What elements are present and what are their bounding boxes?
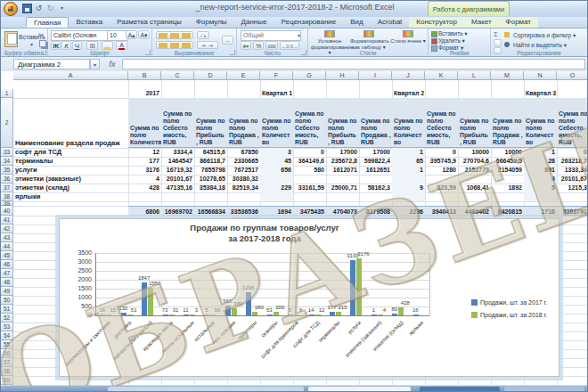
cell-value[interactable]: 20101,67 <box>557 175 588 184</box>
underline-button[interactable]: Ч <box>72 41 82 50</box>
row-header-40[interactable]: 40 <box>1 206 13 216</box>
column-header-D[interactable]: D <box>194 71 227 80</box>
cell-total[interactable]: 16566834 <box>194 206 227 216</box>
cell-value[interactable]: 20101,67 <box>161 175 194 184</box>
cell-row-label[interactable]: софт для ТСД <box>13 148 128 157</box>
taskbar-button[interactable] <box>420 387 500 392</box>
column-header-M[interactable]: M <box>491 71 524 80</box>
cell-measure-header[interactable]: Сумма по полю Себесто имость, RUB <box>293 98 326 148</box>
cell-row-label[interactable]: терминалы <box>13 157 128 166</box>
cell-value[interactable]: 823,59 <box>425 184 458 192</box>
row-header-42[interactable]: 42 <box>1 225 13 233</box>
bar-2018-12[interactable] <box>356 258 362 315</box>
editing-button-1[interactable]: Найти и выделить ▾ <box>504 41 584 49</box>
cell-total[interactable]: 6806 <box>128 206 161 216</box>
row-header-34[interactable]: 34 <box>1 157 13 166</box>
cell-value[interactable] <box>260 192 293 201</box>
fill-color-icon[interactable] <box>102 41 113 50</box>
row-header-1[interactable]: 1 <box>1 89 13 98</box>
column-header-L[interactable]: L <box>458 71 491 80</box>
cell-row-label[interactable]: услуги <box>13 166 128 175</box>
bar-2017-12[interactable] <box>350 260 355 315</box>
bar-2017-9[interactable] <box>288 314 293 315</box>
cell-value[interactable] <box>557 192 588 201</box>
taskbar-button[interactable] <box>308 387 411 392</box>
cell-value[interactable]: 3334,4 <box>161 148 194 157</box>
copy-icon[interactable] <box>39 40 46 47</box>
cell-value[interactable]: 0 <box>425 148 458 157</box>
row-header-56[interactable]: 56 <box>1 349 13 358</box>
cell-value[interactable]: 1 <box>392 148 425 157</box>
insert-function-icon[interactable]: fx <box>105 59 119 69</box>
cell-value[interactable]: 7655798 <box>194 166 227 175</box>
bar-2017-11[interactable] <box>330 312 335 315</box>
cell-value[interactable]: 30380,32 <box>227 175 260 184</box>
cell-value[interactable]: 177 <box>128 157 161 166</box>
cell-value[interactable]: 47135,16 <box>161 184 194 192</box>
row-header-35[interactable]: 35 <box>1 166 13 175</box>
bar-2017-5[interactable] <box>204 314 209 315</box>
chart[interactable]: Продажи по группам товаров/услугза 2017-… <box>59 218 559 377</box>
cell-value[interactable]: 1068,41 <box>458 184 491 192</box>
cell-total[interactable]: 4704073 <box>326 206 359 216</box>
italic-button[interactable]: К <box>61 41 71 50</box>
bold-button[interactable]: Ж <box>51 41 61 50</box>
row-header-37[interactable]: 37 <box>1 184 13 192</box>
cell-value[interactable] <box>425 192 458 201</box>
column-header-A[interactable]: A <box>13 71 128 80</box>
bar-2017-4[interactable] <box>184 314 189 315</box>
font-color-icon[interactable]: А <box>116 41 127 50</box>
bar-2017-2[interactable] <box>142 282 147 315</box>
column-header-H[interactable]: H <box>326 71 359 80</box>
cell-measure-header[interactable]: Сумма по полю Себесто имость, RUB <box>557 98 588 148</box>
borders-icon[interactable]: ⊞ <box>86 41 98 50</box>
bar-2018-9[interactable] <box>294 314 299 315</box>
cell-total[interactable]: 5103791 <box>557 206 588 216</box>
row-header-59[interactable]: 59 <box>1 376 13 385</box>
number-format-dropdown-icon[interactable]: ▾ <box>298 32 300 38</box>
bar-2018-4[interactable] <box>190 314 195 315</box>
column-header-C[interactable]: C <box>161 71 194 80</box>
styles-button-1[interactable]: Форматировать как таблицу ▾ <box>350 30 388 50</box>
cell-value[interactable]: 10278,65 <box>194 175 227 184</box>
decimal-icons[interactable]: ←0 0→ <box>280 41 299 50</box>
orientation-icon[interactable]: ⟋▾ <box>197 31 209 39</box>
cell-value[interactable] <box>491 192 524 201</box>
bar-2018-6[interactable] <box>232 308 237 315</box>
cell-measure-header[interactable]: Сумма по полю Себесто имость, RUB <box>425 98 458 148</box>
column-header-K[interactable]: K <box>425 71 458 80</box>
cell-value[interactable]: 5 <box>524 184 557 192</box>
cell-measure-header[interactable]: Сумма по полю Количест во <box>392 98 425 148</box>
cells-button-0[interactable]: Вставить ▾ <box>431 30 486 37</box>
cell-value[interactable]: 1612651 <box>359 166 392 175</box>
cell-value[interactable]: 67850 <box>227 148 260 157</box>
cell-value[interactable]: 580 <box>293 166 326 175</box>
bar-2017-15[interactable] <box>413 314 419 315</box>
cell-value[interactable] <box>326 192 359 201</box>
column-header-F[interactable]: F <box>260 71 293 80</box>
cell-measure-header[interactable]: Сумма по полю Продажа , RUB <box>359 98 392 148</box>
cell-value[interactable]: 65 <box>392 157 425 166</box>
vertical-align-icons[interactable] <box>156 31 193 39</box>
cell-value[interactable] <box>227 192 260 201</box>
cell-value[interactable]: 263218,7 <box>557 157 588 166</box>
bar-2017-3[interactable] <box>163 314 168 315</box>
cell-value[interactable]: 1280 <box>425 166 458 175</box>
cell-value[interactable]: 17000 <box>326 148 359 157</box>
row-header-36[interactable]: 36 <box>1 175 13 184</box>
bar-2018-5[interactable] <box>210 314 216 315</box>
styles-button-2[interactable]: Стили ячеек ▾ <box>389 30 427 50</box>
row-header-52[interactable]: 52 <box>1 314 13 323</box>
cell-value[interactable] <box>359 192 392 201</box>
cell-value[interactable]: 395745,9 <box>425 157 458 166</box>
row-header-43[interactable]: 43 <box>1 233 13 242</box>
increase-font-icon[interactable]: A▴ <box>126 30 137 39</box>
cell-value[interactable]: 599822,4 <box>359 157 392 166</box>
cell-value[interactable]: 666450,5 <box>491 157 524 166</box>
cell-value[interactable]: 12 <box>128 148 161 157</box>
name-box[interactable]: Диаграмма 2 <box>13 59 90 69</box>
cell-value[interactable]: 4 <box>128 175 161 184</box>
cell-value[interactable]: 1333,34 <box>557 166 588 175</box>
row-header-50[interactable]: 50 <box>1 296 13 305</box>
tab-Макет[interactable]: Макет <box>464 17 499 28</box>
